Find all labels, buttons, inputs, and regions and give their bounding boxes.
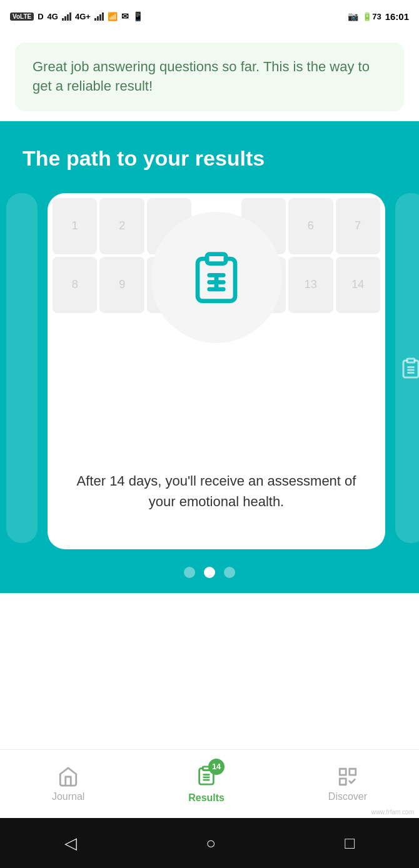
discover-icon	[337, 766, 358, 787]
volte-indicator: VoLTE	[10, 12, 34, 21]
home-button[interactable]: ○	[206, 834, 216, 853]
teal-title: The path to your results	[0, 146, 419, 193]
center-circle	[151, 212, 282, 343]
card-stub-left	[6, 193, 38, 543]
cards-carousel[interactable]: 1 2 6 7 8 9 13 14	[0, 193, 419, 549]
dot-2-active[interactable]	[204, 567, 215, 578]
battery-level: 🔋73	[362, 12, 381, 21]
nav-label-journal: Journal	[52, 791, 84, 802]
nav-label-discover: Discover	[328, 791, 367, 802]
dot-3[interactable]	[224, 567, 235, 578]
pagination-dots	[0, 549, 419, 593]
sim-icon: 📱	[133, 11, 143, 21]
back-button[interactable]: ◁	[64, 834, 77, 853]
card-stub-right	[395, 193, 419, 543]
network-4gplus: 4G+	[75, 12, 91, 21]
network-d: D	[38, 12, 43, 21]
teal-section: The path to your results 1 2 6 7 8 9 13	[0, 121, 419, 593]
status-right: 📷 🔋73 16:01	[348, 11, 409, 22]
signal-bars-2	[94, 12, 104, 21]
grid-cell-14: 14	[336, 257, 380, 313]
nav-item-discover[interactable]: Discover	[328, 766, 367, 802]
card-body-text: After 14 days, you'll receive an assessm…	[48, 471, 385, 512]
grid-cell-7: 7	[336, 198, 380, 254]
mail-icon: ✉	[121, 11, 129, 21]
network-4g: 4G	[48, 12, 58, 21]
nav-item-journal[interactable]: Journal	[52, 766, 84, 802]
recents-button[interactable]: □	[345, 834, 355, 853]
status-bar: VoLTE D 4G 4G+ 📶 ✉ 📱 📷 🔋73 16:01	[0, 0, 419, 32]
svg-rect-13	[340, 769, 346, 775]
time-display: 16:01	[385, 11, 409, 22]
grid-cell-9: 9	[99, 257, 144, 313]
svg-rect-15	[340, 778, 346, 784]
svg-rect-5	[407, 359, 415, 362]
svg-rect-14	[350, 769, 356, 775]
clipboard-icon	[188, 249, 245, 306]
grid-cell-2: 2	[99, 198, 144, 254]
nav-item-results[interactable]: 14 Results	[188, 765, 225, 804]
main-card[interactable]: 1 2 6 7 8 9 13 14	[48, 193, 385, 549]
grid-cell-13: 13	[288, 257, 333, 313]
notification-banner: Great job answering questions so far. Th…	[15, 42, 404, 111]
grid-cell-6: 6	[288, 198, 333, 254]
results-badge-container: 14	[196, 765, 217, 789]
results-badge-count: 14	[208, 759, 225, 775]
signal-bars-1	[62, 12, 71, 21]
bottom-nav: Journal 14 Results Discover	[0, 749, 419, 818]
home-icon	[58, 766, 79, 787]
svg-rect-0	[207, 254, 226, 263]
status-left: VoLTE D 4G 4G+ 📶 ✉ 📱	[10, 11, 143, 21]
nav-label-results: Results	[188, 792, 225, 804]
watermark: www.frfam.com	[371, 809, 414, 816]
grid-cell-1: 1	[53, 198, 97, 254]
android-nav-bar: ◁ ○ □	[0, 818, 419, 868]
grid-cell-8: 8	[53, 257, 97, 313]
clipboard-small-icon	[400, 357, 419, 379]
wifi-icon: 📶	[108, 12, 118, 21]
phone-icon: 📷	[348, 11, 358, 21]
notification-text: Great job answering questions so far. Th…	[33, 59, 370, 94]
dot-1[interactable]	[184, 567, 195, 578]
